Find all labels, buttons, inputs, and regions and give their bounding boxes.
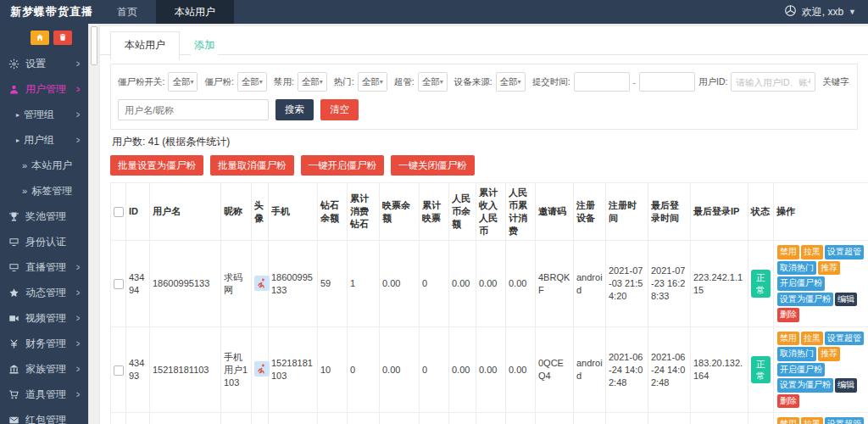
tab-site-users[interactable]: 本站用户: [110, 31, 180, 60]
delete-button[interactable]: 删除: [777, 394, 799, 409]
trophy-icon: [8, 211, 20, 222]
user-id-input[interactable]: [731, 72, 815, 92]
set-superadmin-button[interactable]: 设置超管: [825, 245, 864, 259]
sidebar-scrollbar[interactable]: [88, 24, 98, 424]
filter-select-4[interactable]: 全部▾: [418, 72, 448, 92]
disable-button[interactable]: 禁用: [777, 332, 799, 346]
cell-reg_time: 2021-07-03 21:54:20: [606, 241, 648, 327]
cell-username: 18600995133: [150, 241, 221, 327]
edit-button[interactable]: 编辑: [835, 293, 857, 307]
filter-select-2[interactable]: 全部▾: [298, 72, 327, 92]
bulk-button-2[interactable]: 一键开启僵尸粉: [301, 155, 385, 176]
filter-select-1[interactable]: 全部▾: [237, 72, 267, 92]
bulk-button-3[interactable]: 一键关闭僵尸粉: [391, 155, 475, 176]
date-to-input[interactable]: [639, 72, 695, 92]
select-all-checkbox[interactable]: [114, 207, 124, 217]
cell-invite: 0QCEQ4: [536, 326, 574, 413]
select-all-header: [111, 183, 126, 241]
users-table: ID用户名昵称头像手机钻石余额累计消费钻石映票余额累计映票人民币余额累计收入人民…: [110, 182, 868, 424]
disable-button[interactable]: 禁用: [777, 245, 799, 259]
sidebar-item-4[interactable]: »本站用户: [0, 153, 88, 178]
home-button[interactable]: [31, 31, 49, 45]
chevron-right-icon: >: [76, 365, 80, 374]
sidebar-item-0[interactable]: 设置>: [0, 51, 88, 76]
cell-ticket_total: 0: [420, 326, 449, 413]
scrollbar-thumb[interactable]: [91, 26, 97, 65]
cell-device: android: [574, 241, 606, 327]
disable-button[interactable]: 禁用: [777, 417, 799, 424]
filter-select-3[interactable]: 全部▾: [358, 72, 387, 92]
cell-username: 18632229371: [150, 413, 221, 424]
search-button[interactable]: 搜索: [275, 99, 314, 120]
cell-id: 43493: [126, 326, 150, 413]
filter-label-6: 提交时间:: [532, 76, 570, 88]
chevron-down-icon: ▾: [320, 78, 323, 86]
video-icon: [8, 313, 20, 324]
filter-select-0[interactable]: 全部▾: [168, 72, 198, 92]
bulk-button-1[interactable]: 批量取消僵尸粉: [210, 155, 294, 176]
set-superadmin-button[interactable]: 设置超管: [825, 417, 864, 424]
recommend-button[interactable]: 推荐: [818, 347, 840, 361]
tab-add-user[interactable]: 添加: [191, 32, 218, 59]
sidebar-item-1[interactable]: 用户管理>: [0, 76, 88, 102]
sidebar-item-8[interactable]: 直播管理>: [0, 254, 88, 280]
set-superadmin-button[interactable]: 设置超管: [825, 332, 864, 346]
sidebar-item-label: 用户组: [24, 133, 54, 148]
filter-label-5: 设备来源:: [454, 76, 492, 88]
checkbox-cell: [111, 413, 126, 424]
cell-ticket: 0.00: [380, 326, 420, 413]
row-checkbox[interactable]: [114, 365, 124, 376]
enable-zombie-button[interactable]: 开启僵尸粉: [777, 363, 825, 377]
cell-diamond: 10: [318, 326, 348, 413]
sidebar-item-12[interactable]: 家族管理>: [0, 356, 88, 382]
row-checkbox[interactable]: [114, 279, 124, 289]
nav-tab-site-users[interactable]: 本站用户: [156, 0, 234, 24]
cell-rmb_spent: 0.00: [506, 241, 536, 327]
blacklist-button[interactable]: 拉黑: [801, 245, 823, 259]
clear-button[interactable]: 清空: [320, 99, 359, 120]
search-row: 搜索 清空: [118, 99, 850, 120]
sidebar-item-13[interactable]: 道具管理>: [0, 382, 88, 407]
blacklist-button[interactable]: 拉黑: [801, 417, 823, 424]
enable-zombie-button[interactable]: 开启僵尸粉: [777, 276, 825, 291]
status-cell: 正常: [748, 326, 774, 413]
sidebar-item-3[interactable]: ▸用户组>: [0, 127, 88, 153]
sidebar-item-label: 财务管理: [25, 337, 66, 351]
sidebar-item-10[interactable]: 视频管理>: [0, 305, 88, 331]
set-zombie-button[interactable]: 设置为僵尸粉: [777, 293, 833, 307]
filter-label-4: 超管:: [394, 76, 415, 88]
sidebar-item-11[interactable]: 财务管理>: [0, 331, 88, 356]
sidebar-item-2[interactable]: ▸管理组>: [0, 102, 88, 127]
cell-rmb_spent: 0.00: [506, 326, 536, 413]
sidebar-item-5[interactable]: »标签管理: [0, 178, 88, 204]
blacklist-button[interactable]: 拉黑: [801, 332, 823, 346]
sidebar-item-9[interactable]: 动态管理>: [0, 280, 88, 305]
keyword-input[interactable]: [118, 99, 269, 120]
column-header-12: 邀请码: [536, 183, 574, 241]
edit-button[interactable]: 编辑: [835, 378, 857, 393]
sidebar-item-14[interactable]: 红包管理: [0, 407, 88, 424]
sidebar-item-label: 视频管理: [25, 311, 66, 326]
checkbox-cell: [111, 326, 126, 413]
cancel-hot-button[interactable]: 取消热门: [777, 347, 816, 361]
chevron-right-icon: >: [76, 339, 80, 349]
nav-tab-home[interactable]: 首页: [98, 0, 156, 24]
recommend-button[interactable]: 推荐: [818, 261, 840, 276]
table-header-row: ID用户名昵称头像手机钻石余额累计消费钻石映票余额累计映票人民币余额累计收入人民…: [111, 183, 868, 241]
top-nav-tabs: 首页本站用户: [98, 0, 234, 24]
user-icon: [8, 84, 20, 95]
filter-select-5[interactable]: 全部▾: [496, 72, 526, 92]
sidebar-item-7[interactable]: 身份认证: [0, 229, 88, 254]
sidebar-item-6[interactable]: 奖池管理: [0, 204, 88, 229]
cell-device: android: [574, 326, 606, 413]
trash-button[interactable]: [53, 31, 72, 45]
set-zombie-button[interactable]: 设置为僵尸粉: [777, 378, 833, 393]
user-menu[interactable]: 欢迎, xxb ▼: [784, 0, 868, 24]
select-value: 全部: [362, 76, 380, 88]
column-header-16: 最后登录IP: [691, 183, 748, 241]
cell-diamond_spent: 1: [348, 241, 380, 327]
date-from-input[interactable]: [574, 72, 630, 92]
cancel-hot-button[interactable]: 取消热门: [777, 261, 816, 276]
delete-button[interactable]: 删除: [777, 308, 799, 322]
bulk-button-0[interactable]: 批量设置为僵尸粉: [110, 155, 203, 176]
